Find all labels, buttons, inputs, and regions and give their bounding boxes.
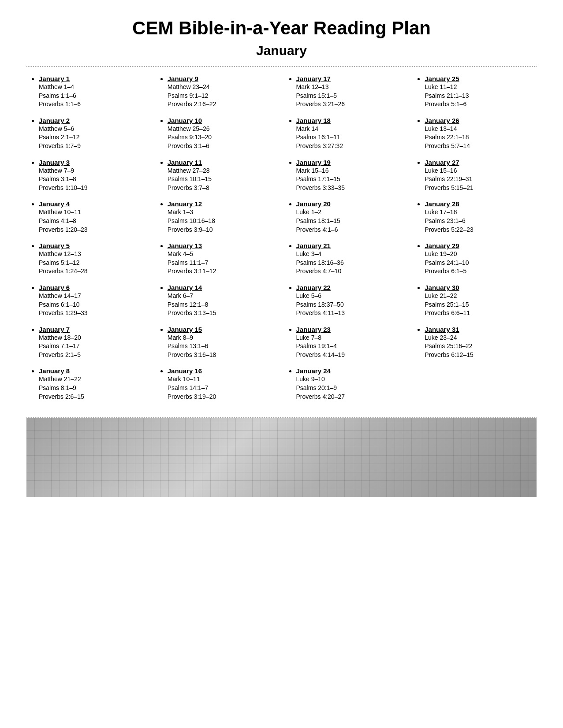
reading-line: Psalms 15:1–5 — [296, 92, 404, 100]
day-name[interactable]: January 18 — [296, 117, 331, 124]
reading-line: Proverbs 5:22–23 — [425, 226, 532, 234]
day-name[interactable]: January 6 — [39, 284, 70, 291]
day-name[interactable]: January 3 — [39, 159, 70, 166]
reading-line: Luke 7–8 — [296, 334, 404, 342]
list-item: January 17Mark 12–13Psalms 15:1–5Proverb… — [296, 75, 404, 109]
reading-line: Luke 21–22 — [425, 292, 532, 301]
list-item: January 22Luke 5–6Psalms 18:37–50Proverb… — [296, 284, 404, 318]
list-item: January 11Matthew 27–28Psalms 10:1–15Pro… — [168, 159, 275, 193]
day-name[interactable]: January 27 — [425, 159, 459, 166]
day-name[interactable]: January 7 — [39, 326, 70, 333]
reading-line: Luke 15–16 — [425, 167, 532, 175]
reading-line: Matthew 18–20 — [39, 334, 146, 342]
list-item: January 28Luke 17–18Psalms 23:1–6Proverb… — [425, 200, 532, 234]
list-item: January 29Luke 19–20Psalms 24:1–10Prover… — [425, 242, 532, 276]
day-name[interactable]: January 8 — [39, 367, 70, 375]
list-item: January 14Mark 6–7Psalms 12:1–8Proverbs … — [168, 284, 275, 318]
reading-line: Proverbs 4:11–13 — [296, 309, 404, 318]
list-item: January 25Luke 11–12Psalms 21:1–13Prover… — [425, 75, 532, 109]
day-name[interactable]: January 31 — [425, 326, 459, 333]
day-list-col-1: January 1Matthew 1–4Psalms 1:1–6Proverbs… — [31, 75, 146, 401]
day-name[interactable]: January 24 — [296, 367, 331, 375]
reading-line: Proverbs 3:9–10 — [168, 226, 275, 234]
reading-line: Luke 11–12 — [425, 83, 532, 92]
list-item: January 10Matthew 25–26Psalms 9:13–20Pro… — [168, 117, 275, 151]
reading-line: Proverbs 2:1–5 — [39, 351, 146, 360]
reading-line: Proverbs 6:12–15 — [425, 351, 532, 360]
list-item: January 27Luke 15–16Psalms 22:19–31Prove… — [425, 159, 532, 193]
day-name[interactable]: January 21 — [296, 242, 331, 249]
reading-line: Psalms 8:1–9 — [39, 384, 146, 393]
day-name[interactable]: January 26 — [425, 117, 459, 124]
month-title: January — [26, 43, 537, 58]
day-list-col-2: January 9Matthew 23–24Psalms 9:1–12Prove… — [160, 75, 275, 401]
day-name[interactable]: January 23 — [296, 326, 331, 333]
day-name[interactable]: January 16 — [168, 367, 202, 375]
day-name[interactable]: January 9 — [168, 75, 198, 82]
reading-line: Proverbs 5:1–6 — [425, 100, 532, 109]
list-item: January 9Matthew 23–24Psalms 9:1–12Prove… — [168, 75, 275, 109]
list-item: January 23Luke 7–8Psalms 19:1–4Proverbs … — [296, 326, 404, 360]
day-name[interactable]: January 13 — [168, 242, 202, 249]
list-item: January 5Matthew 12–13Psalms 5:1–12Prove… — [39, 242, 146, 276]
reading-line: Proverbs 4:1–6 — [296, 226, 404, 234]
day-name[interactable]: January 4 — [39, 200, 70, 208]
reading-line: Psalms 7:1–17 — [39, 342, 146, 351]
reading-line: Matthew 27–28 — [168, 167, 275, 175]
day-name[interactable]: January 17 — [296, 75, 331, 82]
day-name[interactable]: January 2 — [39, 117, 70, 124]
reading-line: Psalms 17:1–15 — [296, 175, 404, 184]
reading-line: Luke 1–2 — [296, 208, 404, 217]
reading-line: Proverbs 1:1–6 — [39, 100, 146, 109]
reading-line: Mark 6–7 — [168, 292, 275, 301]
reading-line: Psalms 1:1–6 — [39, 92, 146, 100]
list-item: January 24Luke 9–10Psalms 20:1–9Proverbs… — [296, 367, 404, 401]
reading-line: Mark 10–11 — [168, 375, 275, 384]
list-item: January 21Luke 3–4Psalms 18:16–36Proverb… — [296, 242, 404, 276]
day-name[interactable]: January 14 — [168, 284, 202, 291]
day-name[interactable]: January 28 — [425, 200, 459, 208]
day-name[interactable]: January 12 — [168, 200, 202, 208]
list-item: January 8Matthew 21–22Psalms 8:1–9Prover… — [39, 367, 146, 401]
reading-line: Psalms 16:1–11 — [296, 133, 404, 142]
day-name[interactable]: January 10 — [168, 117, 202, 124]
reading-line: Luke 19–20 — [425, 250, 532, 259]
reading-line: Psalms 10:1–15 — [168, 175, 275, 184]
day-name[interactable]: January 20 — [296, 200, 331, 208]
reading-line: Mark 15–16 — [296, 167, 404, 175]
reading-line: Luke 23–24 — [425, 334, 532, 342]
reading-line: Proverbs 4:14–19 — [296, 351, 404, 360]
day-name[interactable]: January 22 — [296, 284, 331, 291]
reading-line: Psalms 14:1–7 — [168, 384, 275, 393]
reading-line: Psalms 18:1–15 — [296, 217, 404, 226]
day-name[interactable]: January 30 — [425, 284, 459, 291]
reading-line: Psalms 5:1–12 — [39, 259, 146, 267]
reading-line: Mark 4–5 — [168, 250, 275, 259]
day-name[interactable]: January 11 — [168, 159, 202, 166]
list-item: January 7Matthew 18–20Psalms 7:1–17Prove… — [39, 326, 146, 360]
day-name[interactable]: January 19 — [296, 159, 331, 166]
reading-line: Proverbs 3:1–6 — [168, 142, 275, 151]
top-divider — [26, 66, 537, 67]
column-4: January 25Luke 11–12Psalms 21:1–13Prover… — [412, 75, 537, 409]
list-item: January 3Matthew 7–9Psalms 3:1–8Proverbs… — [39, 159, 146, 193]
list-item: January 31Luke 23–24Psalms 25:16–22Prove… — [425, 326, 532, 360]
column-2: January 9Matthew 23–24Psalms 9:1–12Prove… — [155, 75, 280, 409]
footer-image — [26, 418, 537, 497]
reading-line: Psalms 13:1–6 — [168, 342, 275, 351]
day-name[interactable]: January 5 — [39, 242, 70, 249]
reading-line: Matthew 21–22 — [39, 375, 146, 384]
day-name[interactable]: January 25 — [425, 75, 459, 82]
list-item: January 30Luke 21–22Psalms 25:1–15Prover… — [425, 284, 532, 318]
reading-line: Psalms 22:1–18 — [425, 133, 532, 142]
reading-line: Psalms 4:1–8 — [39, 217, 146, 226]
list-item: January 18Mark 14Psalms 16:1–11Proverbs … — [296, 117, 404, 151]
reading-line: Psalms 10:16–18 — [168, 217, 275, 226]
day-name[interactable]: January 15 — [168, 326, 202, 333]
reading-line: Proverbs 1:24–28 — [39, 267, 146, 276]
reading-line: Matthew 12–13 — [39, 250, 146, 259]
day-name[interactable]: January 1 — [39, 75, 70, 82]
reading-line: Proverbs 3:11–12 — [168, 267, 275, 276]
reading-columns: January 1Matthew 1–4Psalms 1:1–6Proverbs… — [26, 75, 537, 409]
day-name[interactable]: January 29 — [425, 242, 459, 249]
